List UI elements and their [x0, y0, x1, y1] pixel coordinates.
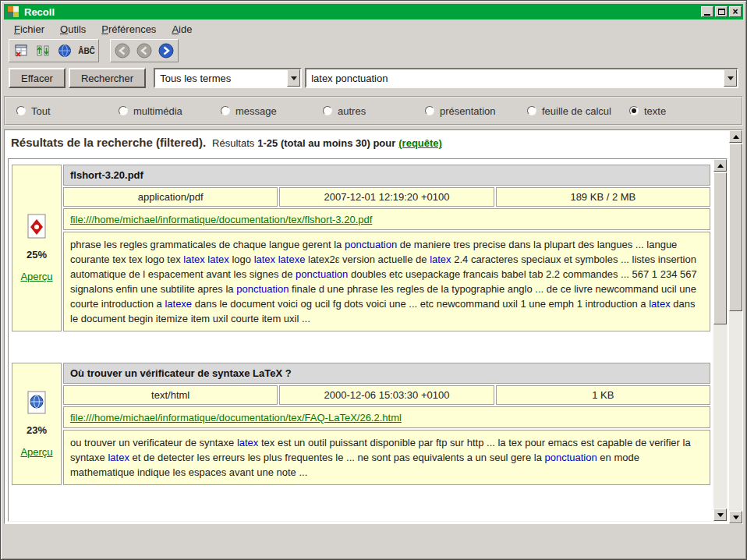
filter-radio-5[interactable]: feuille de calcul [527, 105, 629, 117]
filter-radio-0[interactable]: Tout [16, 105, 119, 117]
results-title: Résultats de la recherche (filtered). [11, 136, 206, 149]
radio-label: Tout [31, 105, 51, 117]
results-panel: Résultats de la recherche (filtered).Rés… [4, 129, 743, 524]
radio-circle-icon [527, 106, 536, 115]
menu-bar: FichierOutilsPréférencesAide [4, 19, 743, 38]
app-icon [8, 6, 19, 17]
result-mimetype: application/pdf [63, 187, 278, 207]
result-url-cell: file:///home/michael/informatique/docume… [63, 208, 710, 230]
search-button[interactable]: Rechercher [69, 68, 146, 88]
toolbar-group-main: ÂBĈ [9, 39, 99, 62]
filter-row: Toutmultimédiamessageautresprésentationf… [4, 96, 743, 126]
radio-circle-icon [221, 106, 230, 115]
menu-item-0[interactable]: Fichier [7, 21, 51, 37]
scroll-up-button[interactable] [713, 159, 727, 172]
back-arrow-icon[interactable] [112, 41, 133, 61]
window-title: Recoll [24, 6, 699, 18]
scroll-thumb[interactable] [729, 144, 742, 311]
scroll-down-button[interactable] [729, 511, 742, 523]
result-size: 189 KB / 2 MB [496, 187, 710, 207]
radio-circle-icon [16, 106, 26, 115]
toolbar-group-nav [110, 39, 179, 62]
close-icon: × [732, 7, 738, 16]
forward-arrow-icon[interactable] [155, 41, 177, 61]
html-file-icon[interactable] [27, 391, 47, 414]
close-button[interactable]: × [729, 6, 742, 17]
result-mimetype: text/html [63, 385, 278, 405]
radio-circle-icon [119, 106, 128, 115]
recoll-window: Recoll × FichierOutilsPréférencesAide [0, 0, 747, 560]
scroll-up-button[interactable] [729, 130, 742, 143]
window-bottom-strip [4, 524, 743, 556]
toolbar: ÂBĈ [4, 38, 743, 63]
term-explorer-icon[interactable]: ÂBĈ [76, 41, 97, 61]
radio-label: message [235, 105, 277, 117]
filter-radio-2[interactable]: message [221, 105, 323, 117]
relevance-percent: 23% [27, 424, 47, 436]
title-bar[interactable]: Recoll × [4, 4, 743, 19]
results-count: 1-25 (total au moins 30) pour [257, 137, 395, 149]
filter-radio-3[interactable]: autres [323, 105, 425, 117]
filter-radio-1[interactable]: multimédia [119, 105, 221, 117]
results-list: 25% Aperçu flshort-3.20.pdf application/… [10, 159, 712, 521]
radio-label: feuille de calcul [542, 105, 611, 117]
radio-circle-icon [323, 106, 332, 115]
minimize-icon [704, 14, 710, 16]
results-inner-scrollbar[interactable] [713, 159, 727, 521]
relevance-percent: 25% [27, 249, 47, 261]
search-query-combo [305, 68, 738, 88]
web-browser-icon[interactable] [54, 41, 76, 61]
radio-label: autres [338, 105, 366, 117]
result-url-link[interactable]: file:///home/michael/informatique/docume… [70, 412, 402, 424]
triangle-up-icon [717, 161, 724, 168]
menu-item-3[interactable]: Aide [165, 21, 199, 37]
minimize-button[interactable] [701, 6, 713, 17]
scroll-track[interactable] [729, 143, 742, 511]
radio-circle-icon [425, 106, 434, 115]
result-title: Où trouver un vérificateur de syntaxe La… [63, 363, 710, 384]
results-body: 25% Aperçu flshort-3.20.pdf application/… [8, 158, 728, 522]
triangle-down-icon [733, 516, 739, 523]
search-query-input[interactable] [306, 69, 724, 87]
preview-link[interactable]: Aperçu [20, 446, 52, 458]
result-url-link[interactable]: file:///home/michael/informatique/docume… [70, 214, 372, 225]
menu-item-2[interactable]: Préférences [94, 21, 163, 37]
filter-radio-4[interactable]: présentation [425, 105, 527, 117]
results-header: Résultats de la recherche (filtered).Rés… [5, 130, 728, 153]
back-arrow-icon[interactable] [133, 41, 155, 61]
result-title: flshort-3.20.pdf [63, 165, 710, 186]
radio-label: présentation [440, 105, 496, 117]
clear-table-icon[interactable] [10, 41, 32, 61]
result-icon-cell: 23% Aperçu [12, 363, 62, 485]
clear-button[interactable]: Effacer [9, 68, 65, 88]
result-entry: 23% Aperçu Où trouver un vérificateur de… [12, 363, 710, 485]
scroll-down-button[interactable] [713, 509, 727, 521]
search-mode-value: Tous les termes [160, 73, 231, 84]
triangle-down-icon [717, 513, 724, 520]
result-date: 2007-12-01 12:19:20 +0100 [279, 187, 494, 207]
result-date: 2000-12-06 15:03:30 +0100 [279, 385, 494, 405]
radio-circle-icon [629, 106, 639, 115]
search-mode-select[interactable]: Tous les termes [154, 68, 302, 88]
triangle-up-icon [733, 132, 739, 139]
pdf-file-icon[interactable] [27, 214, 47, 239]
results-outer-scrollbar[interactable] [729, 130, 742, 523]
radio-label: multimédia [133, 105, 182, 117]
filter-radio-6[interactable]: texte [629, 105, 666, 117]
menu-item-1[interactable]: Outils [53, 21, 93, 37]
scroll-track[interactable] [713, 172, 727, 509]
result-snippet: phrase les regles grammaticales de chaqu… [63, 232, 710, 331]
result-entry: 25% Aperçu flshort-3.20.pdf application/… [12, 165, 710, 331]
chevron-down-icon[interactable] [287, 69, 300, 87]
maximize-icon [718, 9, 725, 15]
scroll-thumb[interactable] [713, 172, 727, 324]
results-content: Résultats de la recherche (filtered).Rés… [5, 130, 728, 523]
preview-link[interactable]: Aperçu [20, 271, 52, 282]
radio-label: texte [644, 105, 666, 117]
maximize-button[interactable] [715, 6, 728, 17]
search-row: Effacer Rechercher Tous les termes [4, 63, 743, 93]
result-url-cell: file:///home/michael/informatique/docume… [63, 406, 710, 428]
chevron-down-icon[interactable] [724, 69, 737, 87]
query-link[interactable]: (requête) [398, 137, 442, 149]
sort-refresh-icon[interactable] [32, 41, 54, 61]
